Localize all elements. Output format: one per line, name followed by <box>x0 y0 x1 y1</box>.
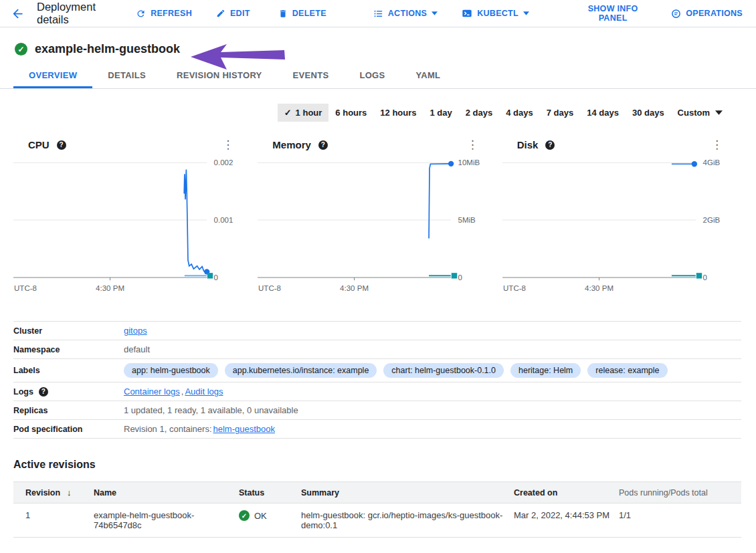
metadata-row-logs: Logs?Container logs, Audit logs <box>13 382 741 401</box>
metadata-table: ClustergitopsNamespacedefaultLabelsapp: … <box>13 321 741 439</box>
metadata-label: Namespace <box>13 345 124 354</box>
sort-descending-icon: ↓ <box>67 487 72 497</box>
metadata-row-labels: Labelsapp: helm-guestbookapp.kubernetes.… <box>13 358 741 382</box>
series-end-marker-square <box>696 273 701 278</box>
help-icon[interactable]: ? <box>39 387 48 397</box>
show-info-panel-button[interactable]: SHOW INFO PANEL <box>583 4 643 23</box>
chevron-down-icon <box>432 11 438 15</box>
actions-menu-button[interactable]: ACTIONS <box>373 9 438 19</box>
series-cpu-usage-cores <box>184 169 205 271</box>
metadata-label: Logs? <box>13 387 124 397</box>
tab-yaml[interactable]: YAML <box>400 64 456 88</box>
help-icon[interactable]: ? <box>57 140 66 150</box>
chart-menu-icon[interactable]: ⋮ <box>218 138 238 152</box>
column-header-label: Name <box>94 488 116 497</box>
series-end-marker-square <box>207 273 213 278</box>
metadata-link-audit-logs[interactable]: Audit logs <box>185 386 223 397</box>
back-button[interactable] <box>11 7 25 21</box>
metadata-link[interactable]: helm-guestbook <box>213 424 276 434</box>
time-range-1-day[interactable]: 1 day <box>423 104 459 122</box>
metadata-link[interactable]: gitops <box>124 326 147 336</box>
series-end-marker-square <box>452 273 457 278</box>
metadata-value: app: helm-guestbookapp.kubernetes.io/ins… <box>124 363 668 378</box>
x-tick-label: 4:30 PM <box>585 284 613 292</box>
refresh-button[interactable]: REFRESH <box>136 9 192 19</box>
time-range-12-hours[interactable]: 12 hours <box>373 104 423 122</box>
time-range-label: 2 days <box>466 108 492 118</box>
chart-menu-icon[interactable]: ⋮ <box>707 138 727 152</box>
column-header-label: Status <box>239 488 264 497</box>
chart-plot[interactable]: 10MiB5MiB0UTC-84:30 PM <box>258 160 484 297</box>
y-tick-label: 0.002 <box>214 160 233 167</box>
delete-label: DELETE <box>292 9 326 18</box>
chart-plot[interactable]: 0.0020.0010UTC-84:30 PM <box>13 160 240 297</box>
active-revisions-title: Active revisions <box>13 459 741 471</box>
tab-details[interactable]: DETAILS <box>92 64 161 88</box>
timezone-label: UTC-8 <box>258 284 281 292</box>
column-header-label: Revision <box>25 488 60 497</box>
label-chip: app: helm-guestbook <box>124 363 218 378</box>
delete-trash-icon <box>278 9 288 19</box>
label-chip: release: example <box>587 363 667 378</box>
page-title: Deployment details <box>37 1 106 26</box>
refresh-icon <box>136 9 146 19</box>
chart-plot[interactable]: 4GiB2GiB0UTC-84:30 PM <box>502 160 729 297</box>
column-header-label: Pods running/Pods total <box>619 488 708 497</box>
column-header-revision[interactable]: Revision↓ <box>13 482 94 504</box>
checkmark-icon: ✓ <box>284 108 292 118</box>
help-icon[interactable]: ? <box>545 140 555 150</box>
revisions-header-row: Revision↓NameStatusSummaryCreated onPods… <box>13 482 741 504</box>
status-ok-icon: ✓ <box>239 510 250 521</box>
time-range-4-days[interactable]: 4 days <box>499 104 539 122</box>
metadata-label: Pod specification <box>13 425 124 434</box>
actions-label: ACTIONS <box>388 9 427 18</box>
revision-name: example-helm-guestbook-74b6547d8c <box>94 510 231 530</box>
cell-status: ✓OK <box>239 504 301 538</box>
show-info-panel-label: SHOW INFO PANEL <box>583 4 643 23</box>
time-range-2-days[interactable]: 2 days <box>459 104 499 122</box>
cell-name: example-helm-guestbook-74b6547d8c <box>94 504 239 538</box>
metadata-row-replicas: Replicas1 updated, 1 ready, 1 available,… <box>13 401 741 419</box>
deployment-name: example-helm-guestbook <box>35 42 180 56</box>
time-range-6-hours[interactable]: 6 hours <box>328 104 373 122</box>
chart-header: CPU?⋮ <box>13 132 240 156</box>
time-range-30-days[interactable]: 30 days <box>626 104 671 122</box>
edit-pencil-icon <box>216 9 225 18</box>
kubectl-menu-button[interactable]: KUBECTL <box>462 8 529 19</box>
series-memory-usage <box>429 164 450 239</box>
time-range-7-days[interactable]: 7 days <box>540 104 580 122</box>
metadata-link-container-logs[interactable]: Container logs <box>124 386 180 397</box>
chart-header: Memory?⋮ <box>258 132 484 156</box>
y-tick-label: 2GiB <box>702 216 720 224</box>
column-header-pods-running-pods-total: Pods running/Pods total <box>619 482 741 504</box>
tab-events[interactable]: EVENTS <box>278 64 345 88</box>
edit-button[interactable]: EDIT <box>216 9 250 18</box>
metadata-text: default <box>124 344 150 354</box>
time-range-14-days[interactable]: 14 days <box>580 104 626 122</box>
column-header-summary: Summary <box>301 482 514 504</box>
operations-icon <box>671 9 681 19</box>
tab-logs[interactable]: LOGS <box>344 64 400 88</box>
deployment-header: ✓ example-helm-guestbook <box>0 27 756 56</box>
y-tick-label: 4GiB <box>702 160 720 167</box>
delete-button[interactable]: DELETE <box>278 9 326 19</box>
time-range-custom[interactable]: Custom <box>671 104 729 122</box>
time-range-1-hour[interactable]: ✓1 hour <box>278 104 329 122</box>
chart-menu-icon[interactable]: ⋮ <box>463 138 482 152</box>
y-tick-label: 5MiB <box>458 216 476 224</box>
column-header-status: Status <box>239 482 301 504</box>
back-arrow-icon <box>11 7 25 21</box>
operations-button[interactable]: OPERATIONS <box>671 9 743 19</box>
x-tick-label: 4:30 PM <box>340 284 369 292</box>
column-header-label: Summary <box>301 488 339 497</box>
metadata-label: Labels <box>13 366 124 375</box>
label-chip: app.kubernetes.io/instance: example <box>225 363 377 378</box>
kubectl-terminal-icon <box>462 8 472 19</box>
tabs: OVERVIEWDETAILSREVISION HISTORYEVENTSLOG… <box>0 64 756 89</box>
labels-chips: app: helm-guestbookapp.kubernetes.io/ins… <box>124 363 668 378</box>
top-toolbar: Deployment details REFRESH EDIT DELETE A… <box>0 0 756 27</box>
help-icon[interactable]: ? <box>318 140 328 150</box>
cell-revision: 1 <box>13 504 94 538</box>
tab-overview[interactable]: OVERVIEW <box>13 64 92 88</box>
link-separator: , <box>181 386 184 397</box>
